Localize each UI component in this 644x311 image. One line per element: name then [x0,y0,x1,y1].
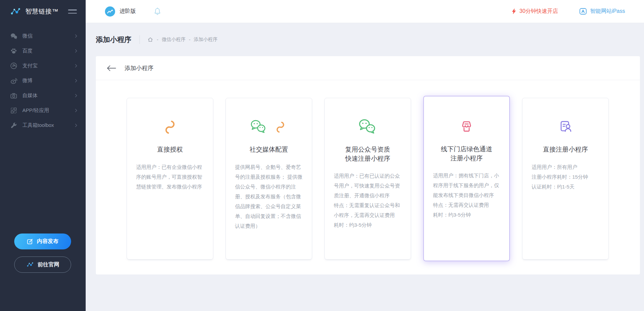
goto-website-button[interactable]: 前往官网 [14,257,71,273]
website-button-label: 前往官网 [38,261,59,268]
page-title: 添加小程序 [96,35,131,44]
chevron-right-icon [74,108,78,113]
chevron-right-icon [74,64,78,68]
card-icon-area [532,117,599,137]
sidebar-item-weibo[interactable]: 微博 [0,73,86,88]
mini-program-icon [272,119,288,135]
sidebar-item-label: 工具箱toolbox [22,122,54,129]
card-description: 适用用户：所有用户注册小程序耗时：15分钟认证耗时：约1-5天 [532,162,599,192]
chevron-right-icon [74,49,78,53]
sidebar-item-label: APP/轻应用 [22,107,49,114]
sidebar-item-app[interactable]: APP/轻应用 [0,103,86,118]
sidebar-menu: 微信 百度 [0,28,86,133]
card-title: 直接注册小程序 [532,145,599,154]
card-reuse-official-account[interactable]: 复用公众号资质快速注册小程序 适用用户：已有已认证的公众号用户，可快速复用公众号… [324,98,411,260]
card-icon-area [334,117,402,137]
sidebar-item-label: 微信 [22,33,33,39]
molecule-icon [26,261,34,268]
breadcrumb-item-add-miniprogram[interactable]: 添加小程序 [194,37,217,43]
breadcrumb: - 微信小程序 - 添加小程序 [147,37,217,43]
edit-icon [27,238,33,245]
top-header: 进阶版 30分钟快速开店 智能网站iPass [86,0,644,23]
weibo-icon [10,77,17,84]
camera-icon [10,92,17,99]
brand-name: 智慧链接™ [25,7,59,16]
storefront-icon [457,117,476,136]
card-icon-area [235,117,303,137]
quick-shop-link[interactable]: 30分钟快速开店 [511,8,558,15]
ipass-link[interactable]: 智能网站iPass [579,7,625,15]
sidebar-item-baidu[interactable]: 百度 [0,43,86,58]
title-divider [139,35,140,44]
card-title: 直接授权 [136,145,204,154]
breadcrumb-separator: - [189,37,191,42]
breadcrumb-separator: - [157,37,158,42]
sidebar-footer: 内容发布 前往官网 [0,234,86,273]
sidebar-item-alipay[interactable]: 支付宝 [0,58,86,73]
logo[interactable]: 智慧链接™ [0,0,86,18]
sidebar-item-toolbox[interactable]: 工具箱toolbox [0,118,86,133]
panel-title: 添加小程序 [125,64,153,72]
wrench-icon [10,122,17,129]
card-icon-area [136,117,204,137]
card-icon-area [433,117,500,137]
sidebar-item-label: 自媒体 [22,92,38,99]
card-title: 社交媒体配置 [235,145,303,154]
chevron-right-icon [74,123,78,128]
breadcrumb-item-wechat-miniprogram[interactable]: 微信小程序 [162,37,186,43]
card-description: 适用用户：拥有线下门店，小程序用于线下服务的用户，仅能发布线下类目微信小程序特点… [433,171,500,220]
wechat-icon [10,32,17,40]
card-direct-auth[interactable]: 直接授权 适用用户：已有企业微信小程序的账号用户，可直接授权智慧链接管理、发布微… [127,98,213,260]
main-content: 添加小程序 - 微信小程序 - 添加小程序 添加小程序 [86,0,644,274]
lightning-icon [511,8,517,15]
wechat-bubbles-icon [357,117,378,138]
page-head: 添加小程序 - 微信小程序 - 添加小程序 [86,23,644,56]
sidebar-item-label: 百度 [22,48,33,54]
wechat-bubbles-icon [249,118,268,137]
trend-up-icon [105,6,115,17]
version-label: 进阶版 [120,8,136,15]
card-description: 适用用户：已有企业微信小程序的账号用户，可直接授权智慧链接管理、发布微信小程序 [136,162,204,192]
quick-shop-label: 30分钟快速开店 [519,8,558,15]
chevron-right-icon [74,79,78,83]
sidebar-item-label: 支付宝 [22,63,38,69]
content-panel: 添加小程序 直接授权 适用用户：已有企业微信小程序的账号用户，可直接授权智慧链接… [96,56,640,274]
chevron-right-icon [74,93,78,98]
register-id-icon [556,118,575,137]
publish-content-button[interactable]: 内容发布 [14,234,71,249]
ipass-a-icon [579,7,587,15]
ipass-label: 智能网站iPass [590,8,625,15]
sidebar-collapse-icon[interactable] [67,8,78,15]
card-direct-register[interactable]: 直接注册小程序 适用用户：所有用户注册小程序耗时：15分钟认证耗时：约1-5天 [522,98,609,260]
card-social-media-config[interactable]: 社交媒体配置 提供网易号、企鹅号、爱奇艺号的注册及授权服务； 提供微信公众号、微… [226,98,312,260]
home-icon[interactable] [147,37,153,43]
card-title: 线下门店绿色通道注册小程序 [433,145,500,163]
card-offline-store-green-channel[interactable]: 线下门店绿色通道注册小程序 适用用户：拥有线下门店，小程序用于线下服务的用户，仅… [423,96,510,261]
card-description: 适用用户：已有已认证的公众号用户，可快速复用公众号资质注册、开通微信小程序特点：… [334,171,402,230]
cards-row: 直接授权 适用用户：已有企业微信小程序的账号用户，可直接授权智慧链接管理、发布微… [96,80,640,263]
brand-molecule-icon [9,6,22,17]
plan-badge[interactable]: 进阶版 [105,6,136,17]
sidebar-item-label: 微博 [22,77,33,84]
back-arrow-icon[interactable] [106,63,117,73]
mini-program-icon [160,117,180,137]
card-description: 提供网易号、企鹅号、爱奇艺号的注册及授权服务； 提供微信公众号、微信小程序的注册… [235,162,303,231]
app-grid-icon [10,107,17,114]
card-title: 复用公众号资质快速注册小程序 [334,145,402,163]
sidebar: 智慧链接™ 微信 百度 [0,0,86,311]
sidebar-item-selfmedia[interactable]: 自媒体 [0,88,86,103]
header-actions: 30分钟快速开店 智能网站iPass [511,7,625,15]
sidebar-item-wechat[interactable]: 微信 [0,28,86,43]
paw-icon [10,47,17,54]
alipay-icon [10,62,17,69]
notifications-bell-icon[interactable] [153,7,162,16]
panel-head: 添加小程序 [96,56,640,80]
publish-button-label: 内容发布 [37,238,59,245]
chevron-right-icon [74,34,78,38]
